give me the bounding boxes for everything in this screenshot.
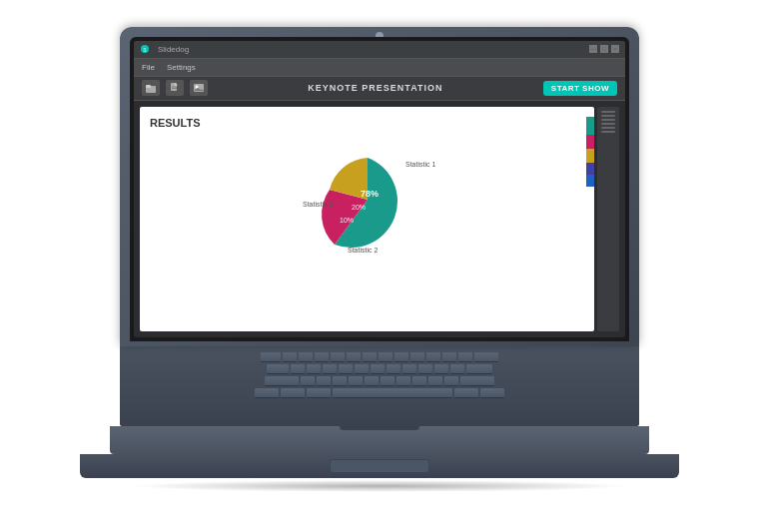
screen-bezel: S Slidedog — □ × File Settings — [130, 37, 629, 341]
laptop-lid: S Slidedog — □ × File Settings — [120, 27, 639, 346]
slide-title: RESULTS — [150, 117, 201, 129]
key-caps — [267, 364, 289, 374]
laptop-base — [110, 426, 649, 454]
toolbar-left — [142, 80, 208, 96]
key — [450, 364, 464, 374]
key — [283, 352, 297, 362]
key — [386, 364, 400, 374]
panel-line-3 — [601, 119, 615, 121]
key — [331, 352, 345, 362]
keyboard-area — [120, 346, 639, 426]
key — [434, 364, 448, 374]
key — [339, 364, 353, 374]
key — [365, 376, 379, 386]
panel-line-6 — [601, 131, 615, 133]
key — [426, 352, 440, 362]
folder-button[interactable] — [142, 80, 160, 96]
toolbar: KEYNOTE PRESENTATION START SHOW — [134, 77, 625, 101]
pie-chart: Statistic 1 Statistic 3 Statistic 2 78% … — [288, 135, 447, 255]
slide-preview: RESULTS — [140, 107, 594, 331]
laptop-container: S Slidedog — □ × File Settings — [90, 27, 669, 506]
key — [317, 376, 331, 386]
maximize-button[interactable]: □ — [600, 45, 608, 53]
key — [301, 376, 315, 386]
key-shift-left — [265, 376, 299, 386]
key — [333, 376, 347, 386]
key — [291, 364, 305, 374]
right-panel — [597, 107, 619, 331]
image-button[interactable] — [190, 80, 208, 96]
window-controls: — □ × — [589, 45, 619, 53]
panel-line-4 — [601, 123, 615, 125]
panel-line-5 — [601, 127, 615, 129]
presentation-title: KEYNOTE PRESENTATION — [208, 83, 543, 93]
file-icon — [170, 83, 180, 93]
key — [315, 352, 329, 362]
key — [418, 364, 432, 374]
title-bar-left: S Slidedog — [140, 44, 189, 54]
key — [347, 352, 361, 362]
app-logo-icon: S — [140, 44, 150, 54]
key-space — [333, 388, 452, 398]
title-bar: S Slidedog — □ × — [134, 41, 625, 59]
folder-icon — [146, 83, 156, 93]
panel-line-2 — [601, 115, 615, 117]
key — [428, 376, 442, 386]
trackpad[interactable] — [330, 459, 429, 473]
color-bars — [586, 117, 594, 337]
menu-settings[interactable]: Settings — [167, 63, 196, 72]
file-button[interactable] — [166, 80, 184, 96]
key-ctrl-right — [480, 388, 504, 398]
laptop-bottom — [80, 454, 679, 478]
pct1: 78% — [361, 189, 379, 199]
minimize-button[interactable]: — — [589, 45, 597, 53]
app-screen: S Slidedog — □ × File Settings — [134, 41, 625, 337]
pct2: 10% — [340, 217, 354, 224]
app-name-label: Slidedog — [158, 45, 189, 54]
start-show-button[interactable]: START SHOW — [543, 81, 617, 96]
key — [402, 364, 416, 374]
menu-bar: File Settings — [134, 59, 625, 77]
key — [458, 352, 472, 362]
key — [410, 352, 424, 362]
key — [323, 364, 337, 374]
image-icon — [194, 83, 204, 93]
panel-line-1 — [601, 111, 615, 113]
key-ctrl — [281, 388, 305, 398]
key — [299, 352, 313, 362]
keyboard-row-4 — [128, 388, 631, 398]
key — [380, 376, 394, 386]
key — [442, 352, 456, 362]
svg-rect-3 — [146, 85, 151, 88]
key-alt — [307, 388, 331, 398]
main-content: RESULTS — [134, 101, 625, 337]
key-alt-right — [454, 388, 478, 398]
stat3-label: Statistic 3 — [303, 201, 333, 208]
menu-file[interactable]: File — [142, 63, 155, 72]
key-tab — [261, 352, 281, 362]
key — [394, 352, 408, 362]
key — [444, 376, 458, 386]
key-shift-right — [460, 376, 494, 386]
chart-container: Statistic 1 Statistic 3 Statistic 2 78% … — [288, 135, 447, 255]
laptop-shadow — [130, 480, 629, 492]
key — [355, 364, 369, 374]
close-button[interactable]: × — [611, 45, 619, 53]
key-fn — [255, 388, 279, 398]
key-backspace — [474, 352, 498, 362]
key — [412, 376, 426, 386]
pct3: 20% — [352, 204, 366, 211]
key — [363, 352, 377, 362]
keyboard-row-3 — [128, 376, 631, 386]
key — [307, 364, 321, 374]
stat1-label: Statistic 1 — [405, 161, 435, 168]
stat2-label: Statistic 2 — [348, 247, 378, 254]
keyboard-row-1 — [128, 352, 631, 362]
key — [379, 352, 392, 362]
key — [396, 376, 410, 386]
key — [371, 364, 384, 374]
key — [349, 376, 363, 386]
key-enter — [466, 364, 492, 374]
keyboard-row-2 — [128, 364, 631, 374]
